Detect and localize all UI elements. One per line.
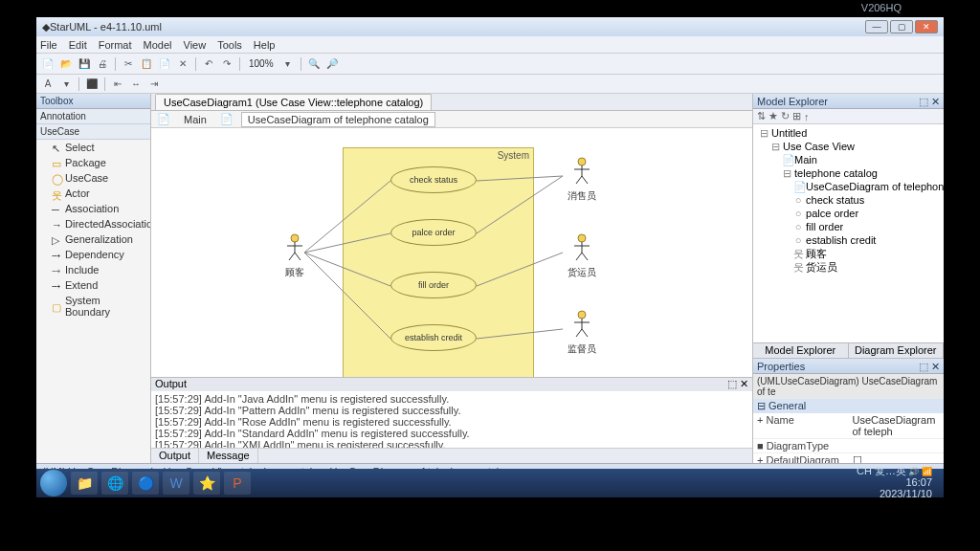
diagram-tab[interactable]: UseCaseDiagram1 (Use Case View::telephon… — [155, 94, 432, 110]
output-body[interactable]: [15:57:29] Add-In "Java AddIn" menu is r… — [151, 391, 752, 448]
category-annotation[interactable]: Annotation — [36, 109, 150, 124]
tool-association[interactable]: ─Association — [36, 201, 150, 216]
taskbar-star-icon[interactable]: ⭐ — [193, 472, 220, 495]
menu-model[interactable]: Model — [144, 39, 172, 51]
taskbar-word-icon[interactable]: W — [163, 472, 189, 495]
svg-line-12 — [295, 253, 301, 260]
output-tab-output[interactable]: Output — [151, 449, 199, 463]
output-tab-message[interactable]: Message — [199, 449, 258, 463]
font-icon[interactable]: A — [40, 77, 56, 92]
ime-indicator[interactable]: CH 复…英 — [857, 465, 906, 476]
menu-view[interactable]: View — [184, 39, 207, 51]
actor[interactable]: 监督员 — [563, 310, 601, 356]
undo-icon[interactable]: ↶ — [201, 56, 216, 72]
tool-select[interactable]: ↖Select — [36, 140, 150, 155]
font-dropdown-icon[interactable]: ▾ — [58, 77, 74, 92]
minimize-button[interactable]: — — [865, 20, 888, 33]
zoom-dropdown-icon[interactable]: ▾ — [280, 56, 296, 72]
tab-model-explorer[interactable]: Model Explorer — [753, 343, 849, 358]
taskbar-explorer-icon[interactable]: 📁 — [71, 472, 98, 495]
tree-node[interactable]: ○ fill order — [755, 220, 942, 233]
close-button[interactable]: ✕ — [915, 20, 938, 33]
system-tray[interactable]: CH 复…英 🔊 📶 16:07 2023/11/10 — [857, 466, 940, 500]
new-icon[interactable]: 📄 — [40, 56, 56, 72]
actor[interactable]: 顾客 — [276, 233, 314, 279]
actor[interactable]: 货运员 — [563, 233, 601, 279]
align-center-icon[interactable]: ↔ — [128, 77, 144, 92]
open-icon[interactable]: 📂 — [58, 56, 74, 72]
model-tree[interactable]: ⊟ Untitled⊟ Use Case View📄 Main⊟ telepho… — [753, 124, 944, 342]
tree-node[interactable]: 📄 UseCaseDiagram of telephone — [755, 180, 942, 193]
menu-edit[interactable]: Edit — [69, 39, 87, 51]
tree-node[interactable]: 📄 Main — [755, 153, 942, 166]
taskbar-chrome-icon[interactable]: 🌐 — [101, 472, 128, 495]
sub-tab-usecase[interactable]: UseCaseDiagram of telephone catalog — [241, 112, 435, 127]
color-icon[interactable]: ⬛ — [84, 77, 100, 92]
props-close-icon[interactable]: ⬚ ✕ — [919, 361, 940, 371]
actor[interactable]: 消售员 — [563, 157, 601, 203]
expand-icon[interactable]: ⊞ — [792, 110, 801, 122]
redo-icon[interactable]: ↷ — [219, 56, 234, 72]
tool-dependency[interactable]: ⤏Dependency — [36, 247, 150, 262]
usecase[interactable]: check status — [390, 166, 477, 193]
usecase[interactable]: fill order — [390, 272, 477, 298]
tool-directed-association[interactable]: →DirectedAssociation — [36, 216, 150, 231]
zoom-value[interactable]: 100% — [245, 58, 278, 69]
tree-node[interactable]: ⊟ telephone catalog — [755, 166, 942, 180]
start-button[interactable] — [40, 470, 67, 496]
cut-icon[interactable]: ✂ — [121, 56, 136, 72]
menu-tools[interactable]: Tools — [217, 39, 242, 51]
title-bar: ◆ StarUML - e4-11.10.uml V206HQ — ▢ ✕ — [36, 17, 944, 36]
property-value[interactable]: UseCaseDiagram of teleph — [849, 413, 945, 438]
tool-usecase[interactable]: ◯UseCase — [36, 170, 150, 186]
output-close-icon[interactable]: ⬚ ✕ — [727, 378, 748, 391]
maximize-button[interactable]: ▢ — [890, 20, 913, 33]
props-category[interactable]: ⊟ General — [753, 399, 944, 413]
category-usecase[interactable]: UseCase — [36, 124, 150, 140]
tool-extend[interactable]: ⤏Extend — [36, 277, 150, 293]
refresh-icon[interactable]: ↻ — [781, 110, 790, 122]
filter-icon[interactable]: ★ — [768, 110, 778, 122]
menu-format[interactable]: Format — [99, 39, 132, 51]
explorer-close-icon[interactable]: ⬚ ✕ — [919, 96, 940, 106]
tool-actor[interactable]: 웃Actor — [36, 186, 150, 201]
sub-tab-main[interactable]: Main — [178, 113, 212, 126]
zoom-in-icon[interactable]: 🔎 — [324, 56, 340, 72]
menu-help[interactable]: Help — [254, 39, 276, 51]
tree-node[interactable]: ⊟ Untitled — [755, 126, 942, 140]
zoom-out-icon[interactable]: 🔍 — [306, 56, 322, 72]
property-row[interactable]: ■ DiagramType — [753, 439, 944, 453]
print-icon[interactable]: 🖨 — [95, 56, 110, 72]
boundary-icon: ▢ — [52, 301, 61, 311]
sort-icon[interactable]: ⇅ — [757, 110, 766, 122]
usecase[interactable]: palce order — [390, 219, 477, 246]
tab-diagram-explorer[interactable]: Diagram Explorer — [849, 343, 945, 358]
tree-node[interactable]: 웃 货运员 — [755, 260, 942, 274]
tree-node[interactable]: ⊟ Use Case View — [755, 140, 942, 153]
property-row[interactable]: + NameUseCaseDiagram of teleph — [753, 413, 944, 439]
tool-package[interactable]: ▭Package — [36, 155, 150, 170]
usecase[interactable]: establish credit — [390, 324, 477, 351]
align-right-icon[interactable]: ⇥ — [146, 77, 162, 92]
canvas[interactable]: System 顾客消售员货运员监督员 — [151, 128, 752, 377]
property-value[interactable] — [849, 439, 945, 452]
align-left-icon[interactable]: ⇤ — [110, 77, 125, 92]
tree-node[interactable]: ○ establish credit — [755, 233, 942, 247]
taskbar-powerpoint-icon[interactable]: P — [224, 472, 251, 495]
actor-label: 货运员 — [563, 266, 601, 279]
tree-node[interactable]: 웃 顾客 — [755, 247, 942, 260]
tool-include[interactable]: ⤑Include — [36, 262, 150, 277]
menu-file[interactable]: File — [40, 39, 57, 51]
tool-generalization[interactable]: ▷Generalization — [36, 231, 150, 247]
svg-line-22 — [582, 253, 588, 260]
paste-icon[interactable]: 📄 — [157, 56, 172, 72]
up-icon[interactable]: ↑ — [804, 111, 810, 122]
tool-system-boundary[interactable]: ▢System Boundary — [36, 293, 150, 320]
tree-node[interactable]: ○ palce order — [755, 207, 942, 220]
copy-icon[interactable]: 📋 — [139, 56, 154, 72]
taskbar-browser-icon[interactable]: 🔵 — [132, 472, 159, 495]
delete-icon[interactable]: ✕ — [175, 56, 190, 72]
save-icon[interactable]: 💾 — [77, 56, 92, 72]
tree-node[interactable]: ○ check status — [755, 193, 942, 207]
output-tabs: Output Message — [151, 448, 752, 463]
